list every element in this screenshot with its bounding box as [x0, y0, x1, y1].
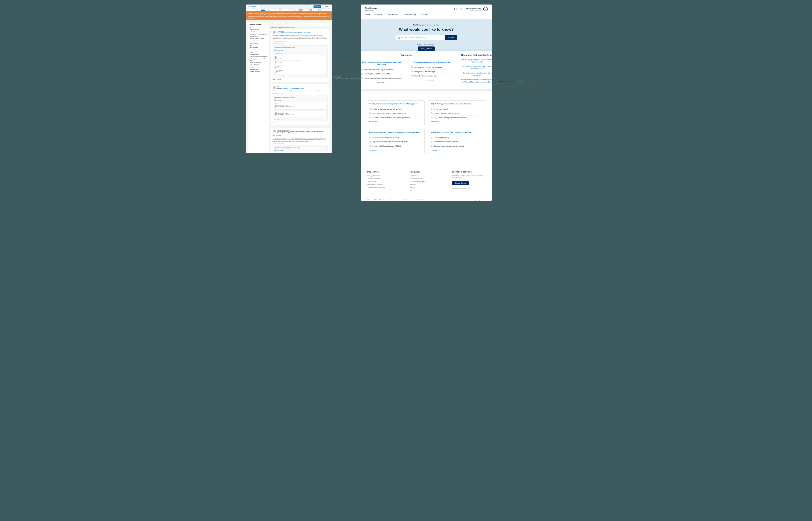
sidebar-item[interactable]: Journey Management [250, 49, 267, 51]
category-item[interactable]: how to build bpmn ? [431, 107, 483, 111]
user-menu[interactable]: Varshini Sankaran 4 Badges, 450 Points V [465, 7, 487, 11]
login-button[interactable]: Log In [324, 5, 330, 8]
sidebar-item[interactable]: CPQ and Billing [250, 35, 267, 38]
footer-link[interactable]: AppExchange [409, 175, 443, 177]
footer-link[interactable]: Privacy Statement [367, 175, 401, 177]
sidebar-item[interactable]: Social Marketing [250, 68, 267, 70]
contact-support-button[interactable]: Contact Support [452, 181, 469, 185]
sidebar-item[interactable]: Security [250, 66, 267, 68]
footer-link[interactable]: Salesforce Admins [409, 178, 443, 180]
avatar [273, 31, 276, 34]
footer-link[interactable]: Participation Guidelines [367, 184, 401, 185]
signup-button[interactable]: Sign Up [313, 5, 321, 8]
nav-item-answers[interactable]: Answers ˅ [375, 14, 384, 17]
category-title[interactable]: CPQ & Billing, Customer Services and Ser… [431, 103, 483, 105]
before-searchbar[interactable]: What would you like to know? [271, 23, 330, 26]
footer-link[interactable]: Trailhead [409, 184, 443, 185]
footer-link[interactable]: Terms of Use [367, 181, 401, 182]
sidebar-item[interactable]: Packaging, Uploading & Installing Apps [250, 58, 267, 61]
nav-item[interactable]: Events [273, 9, 276, 10]
nav-item[interactable]: Answers [261, 9, 265, 11]
sidebar-item[interactable]: Mobile Messaging [250, 53, 267, 55]
nav-item[interactable]: Help [268, 9, 270, 10]
show-answers-link[interactable]: Show 2 answers [273, 79, 328, 80]
view-more-link[interactable]: View More → [431, 121, 440, 122]
sidebar-item[interactable]: Additional Products [250, 28, 267, 31]
footer-link[interactable]: Trust [409, 190, 443, 191]
see-more-link[interactable]: see more... [303, 140, 309, 142]
category-item[interactable]: How to completely delete a contact [431, 140, 483, 144]
sidebar-item[interactable]: Email [250, 44, 267, 46]
category-title[interactable]: Mobile, Mobile Messaging, Desktop Integr… [431, 131, 483, 134]
footer-link[interactable]: Training [409, 187, 443, 188]
question-title[interactable]: Upon Lead Conversion I want to display f… [277, 131, 328, 134]
sidebar-item[interactable]: Sales & Marketing [250, 64, 267, 66]
category-title[interactable]: Email Marketing, Social Marketing, Sales… [361, 61, 403, 66]
nav-item-resources[interactable]: Resources ˅ [388, 14, 400, 17]
category-item[interactable]: Convert a date to a datetime value with … [369, 115, 422, 119]
category-title[interactable]: Mulesoft Composer, Security, Installing … [369, 131, 422, 134]
nav-item[interactable]: Home [255, 9, 258, 10]
sidebar-item[interactable]: Reports & Dashboards [250, 61, 267, 64]
category-item[interactable]: CPQ - How to manage discounts combinatio… [431, 115, 483, 119]
category-item[interactable]: Delete Contact trough Postman REST API [369, 144, 422, 148]
help-question-link[interactable]: I need a formula to return a number or t… [461, 65, 492, 70]
nav-item[interactable]: Known Issues [309, 8, 315, 11]
nav-item[interactable]: COVID-19 [318, 8, 323, 11]
help-question-link[interactable]: Convert a date to a datetime value with … [461, 72, 492, 76]
view-more-link[interactable]: View More → [377, 82, 386, 83]
sort-value-link[interactable]: Date Posted [288, 27, 294, 28]
sort-kind-link[interactable]: Solved Questions [274, 27, 283, 28]
sidebar-item[interactable]: MuleSoft Composer for Salesforce [250, 55, 267, 58]
nav-item-support[interactable]: Support ˅ [421, 14, 429, 17]
search-input[interactable] [396, 35, 445, 40]
sidebar-item[interactable]: Configuration & Data Management [250, 33, 267, 35]
footer-link[interactable]: Security Statement [367, 178, 401, 180]
sidebar-item[interactable]: Email Marketing [250, 46, 267, 49]
footer-link[interactable]: Cookie Preference Center [367, 187, 401, 188]
sidebar-item[interactable]: Customer Service & Support [250, 38, 267, 40]
category-item[interactable]: SFDX won't deploy new source to org [369, 136, 422, 140]
category-item[interactable]: Accounts without activities report [411, 74, 453, 78]
sidebar-item[interactable]: Desktop Integration [250, 40, 267, 42]
category-item[interactable]: Outbound Messaging [431, 136, 483, 140]
category-item[interactable]: Rolling Close Date filter range [411, 69, 453, 74]
view-more-link[interactable]: View More → [369, 121, 379, 122]
help-question-link[interactable]: If I have an account team, is there a wa… [461, 79, 492, 83]
view-more-link[interactable]: View More → [431, 150, 440, 151]
category-item[interactable]: Marketing Cloud SOAP API error 500 [361, 72, 403, 76]
nav-item[interactable]: IdeaExchange [288, 9, 295, 10]
sidebar-item[interactable]: Mobile [250, 51, 267, 53]
category-item[interactable]: Pardot editor adds CCS tag on every save [361, 68, 403, 72]
search-icon[interactable] [454, 7, 457, 10]
search-button[interactable]: Search [445, 35, 457, 40]
view-more-link[interactable]: View More → [427, 79, 436, 81]
sidebar-item[interactable]: Einstein Analytics [250, 42, 267, 44]
category-item[interactable]: "If Blank" statement formula field help [431, 111, 483, 115]
language-selector[interactable]: English [473, 199, 486, 201]
category-title[interactable]: Einstein Analytics, Reports & Dashboards [411, 61, 453, 63]
nav-item[interactable]: Featured Groups [298, 8, 306, 11]
sidebar-item[interactable]: Trailhead Challenges [250, 70, 267, 73]
category-item[interactable]: Campaign members missing phone number [431, 144, 483, 148]
category-item[interactable]: Algorithm which transforms one custom ob… [369, 140, 422, 144]
apps-icon[interactable] [460, 7, 463, 10]
show-answers-link[interactable]: Show 13 answers [273, 122, 328, 123]
help-question-link[interactable]: How do I deploy changes to Support Proce… [461, 59, 492, 63]
footer-link[interactable]: Salesforce Developers [409, 181, 443, 182]
category-title[interactable]: Configuration & data Management, Journey… [369, 103, 422, 105]
view-more-link[interactable]: View More → [369, 150, 379, 151]
question-title[interactable]: Make a field required if the status pick… [277, 88, 305, 89]
nav-item-home[interactable]: Home [365, 14, 371, 17]
category-item[interactable]: Einstein Analytics dashboard not loading [411, 65, 453, 69]
sidebar-item[interactable]: Collaboration [250, 31, 267, 33]
nav-item[interactable]: Collaboration [279, 9, 286, 10]
category-item[interactable]: Unable to change a user's profile as Adm… [369, 107, 422, 111]
post-question-button[interactable]: Post Question [418, 46, 434, 51]
sidebar-item[interactable]: All [250, 26, 267, 28]
nav-item-ideaexchange[interactable]: IdeaExchange [403, 14, 416, 17]
before-search-input[interactable] [259, 5, 311, 8]
category-item[interactable]: How do I deploy changes to Support Proce… [369, 111, 422, 115]
category-item[interactable]: How can I configure DNS for reply mail m… [361, 76, 403, 80]
question-title[interactable]: Help with Opportunity Formula with Proba… [277, 32, 310, 33]
